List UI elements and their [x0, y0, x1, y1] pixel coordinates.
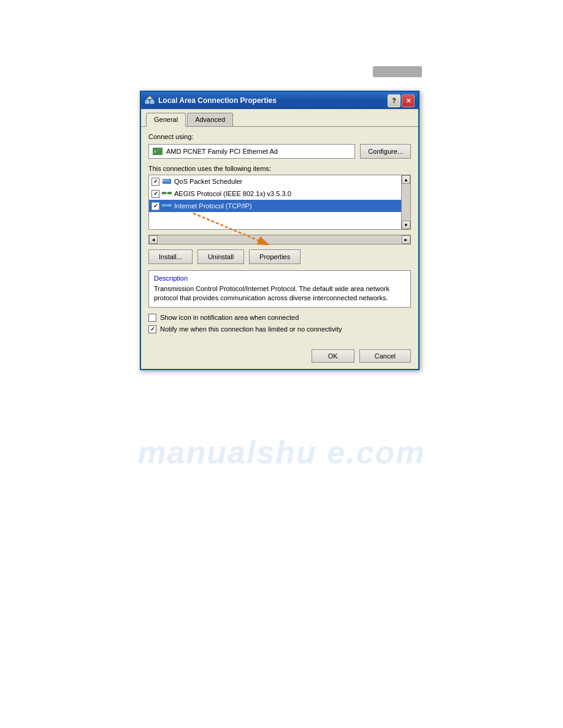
help-button[interactable]: ?	[388, 94, 400, 107]
adapter-box: AMD PCNET Family PCI Ethernet Ad	[148, 144, 355, 159]
list-item[interactable]: AEGIS Protocol (IEEE 802.1x) v3.5.3.0	[149, 188, 401, 200]
svg-rect-12	[163, 180, 166, 181]
scroll-left-arrow[interactable]: ◄	[149, 235, 158, 244]
description-section: Description Transmission Control Protoco…	[148, 270, 411, 308]
close-button[interactable]: ✕	[402, 94, 415, 107]
svg-point-18	[166, 192, 168, 194]
description-text: Transmission Control Protocol/Internet P…	[154, 284, 405, 303]
items-label: This connection uses the following items…	[148, 165, 411, 172]
svg-rect-9	[158, 150, 159, 150]
dialog-content: Connect using: AMD PCNET Family PCI Ethe…	[141, 126, 418, 344]
description-label: Description	[154, 275, 405, 282]
horizontal-scrollbar[interactable]: ◄ ►	[148, 235, 411, 245]
properties-button[interactable]: Properties	[249, 249, 301, 264]
scroll-track	[402, 184, 410, 221]
svg-rect-13	[167, 180, 169, 180]
notify-checkbox[interactable]	[148, 325, 156, 333]
show-icon-label: Show icon in notification area when conn…	[160, 314, 299, 321]
checkbox-row-1[interactable]: Show icon in notification area when conn…	[148, 314, 411, 322]
svg-rect-1	[150, 100, 154, 104]
install-button[interactable]: Install...	[148, 249, 193, 264]
item-checkbox-3[interactable]	[151, 202, 159, 210]
dialog-title: Local Area Connection Properties	[158, 96, 388, 105]
svg-text:↓: ↓	[145, 97, 147, 100]
adapter-row: AMD PCNET Family PCI Ethernet Ad Configu…	[148, 144, 411, 159]
ok-button[interactable]: OK	[312, 349, 354, 363]
dialog-icon: ↓	[145, 96, 155, 105]
dialog-window: ↓ Local Area Connection Properties ? ✕ G…	[140, 91, 419, 370]
adapter-name: AMD PCNET Family PCI Ethernet Ad	[166, 148, 278, 155]
dialog-footer: OK Cancel	[141, 344, 418, 369]
svg-rect-16	[168, 192, 172, 194]
list-scrollbar[interactable]: ▲ ▼	[401, 175, 411, 230]
svg-point-22	[166, 205, 168, 207]
list-item-selected[interactable]: Internet Protocol (TCP/IP)	[149, 200, 401, 212]
action-buttons: Install... Uninstall Properties	[148, 249, 411, 264]
list-item[interactable]: QoS Packet Scheduler	[149, 175, 401, 188]
item-checkbox-1[interactable]	[151, 178, 159, 186]
aegis-icon	[162, 189, 172, 198]
svg-rect-19	[162, 204, 166, 207]
svg-rect-5	[148, 97, 151, 99]
svg-rect-20	[168, 204, 172, 207]
title-bar-buttons: ? ✕	[388, 94, 415, 107]
configure-button[interactable]: Configure...	[360, 144, 411, 159]
tab-bar: General Advanced	[141, 109, 418, 126]
scroll-h-track	[158, 235, 402, 244]
item-label-2: AEGIS Protocol (IEEE 802.1x) v3.5.3.0	[174, 190, 291, 197]
adapter-icon	[153, 148, 163, 155]
tab-advanced[interactable]: Advanced	[187, 113, 233, 126]
qos-icon	[162, 177, 172, 186]
item-checkbox-2[interactable]	[151, 190, 159, 198]
notify-label: Notify me when this connection has limit…	[160, 325, 342, 333]
item-label-3: Internet Protocol (TCP/IP)	[174, 202, 252, 210]
connect-using-label: Connect using:	[148, 133, 411, 140]
scroll-right-arrow[interactable]: ►	[402, 235, 410, 244]
show-icon-checkbox[interactable]	[148, 314, 156, 322]
item-label-1: QoS Packet Scheduler	[174, 178, 242, 185]
watermark: manualshu e.com	[137, 434, 425, 471]
scroll-up-arrow[interactable]: ▲	[402, 175, 410, 184]
tab-general[interactable]: General	[146, 113, 186, 127]
svg-rect-10	[159, 150, 161, 150]
title-bar[interactable]: ↓ Local Area Connection Properties ? ✕	[141, 92, 418, 109]
checkbox-row-2[interactable]: Notify me when this connection has limit…	[148, 325, 411, 333]
uninstall-button[interactable]: Uninstall	[197, 249, 244, 264]
items-list-container: QoS Packet Scheduler AEGIS Protocol (IEE…	[148, 175, 411, 230]
cancel-button[interactable]: Cancel	[359, 349, 411, 363]
svg-rect-0	[145, 100, 149, 104]
items-list[interactable]: QoS Packet Scheduler AEGIS Protocol (IEE…	[148, 175, 401, 230]
scroll-down-arrow[interactable]: ▼	[402, 221, 410, 229]
svg-rect-8	[154, 150, 156, 153]
svg-rect-14	[167, 181, 170, 181]
tcpip-icon	[162, 202, 172, 210]
svg-rect-15	[162, 192, 166, 194]
top-bar	[373, 66, 422, 77]
